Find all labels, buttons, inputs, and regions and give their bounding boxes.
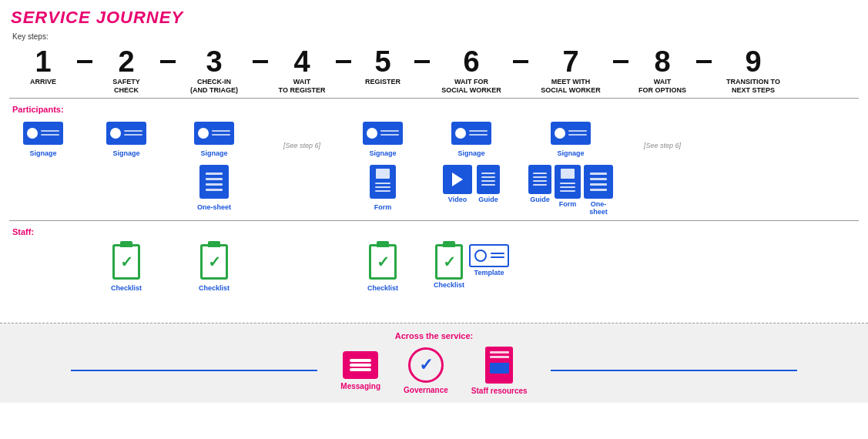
checklist-label-3: Checklist (199, 284, 230, 292)
governance-icon (408, 347, 444, 383)
signage-label-3: Signage (200, 149, 227, 157)
step6-media-row: Video Guide (443, 165, 500, 203)
video-label-6: Video (448, 196, 467, 203)
participant-col-4: [See step 6] (268, 122, 336, 149)
page-title: SERVICE JOURNEY (0, 0, 868, 32)
staff-resources-label: Staff resources (471, 387, 528, 395)
signage-label-1: Signage (29, 149, 56, 157)
checklist-icon-2: ✓ (112, 244, 140, 280)
step-1: 1 ARRIVE (9, 47, 77, 86)
step6-guide-col: Guide (477, 165, 500, 203)
messaging-label: Messaging (340, 382, 380, 390)
staff-resources-icon (485, 347, 513, 384)
participants-header: Participants: (9, 99, 859, 117)
connector-6 (513, 60, 528, 63)
signage-icon-7 (551, 122, 591, 145)
step-4-label: WAITTO REGISTER (279, 78, 326, 95)
step7-form-col: Form (555, 165, 581, 216)
step-9-number: 9 (745, 47, 761, 76)
staff-col-5: ✓ Checklist (351, 244, 414, 292)
step7-guide-col: Guide (528, 165, 551, 216)
key-steps-label: Key steps: (9, 32, 859, 41)
step-2-label: SAFETYCHECK (112, 78, 140, 95)
checklist-icon-3: ✓ (200, 244, 228, 280)
across-line-left (71, 370, 317, 371)
video-icon-6 (443, 165, 472, 194)
checklist-label-5: Checklist (367, 284, 398, 292)
step-1-number: 1 (35, 47, 51, 76)
staff-col-3: ✓ Checklist (176, 244, 253, 292)
guide-label-7: Guide (530, 196, 550, 203)
step-8-label: WAITFOR OPTIONS (638, 78, 686, 95)
see-step-4: [See step 6] (283, 134, 320, 149)
signage-lines (41, 130, 59, 136)
step-4: 4 WAITTO REGISTER (268, 47, 336, 95)
across-item-messaging: Messaging (340, 351, 380, 390)
step-5-number: 5 (374, 47, 390, 76)
connector-7 (613, 60, 628, 63)
step7-onesheet-col: One-sheet (584, 165, 613, 216)
form-icon-5 (370, 165, 396, 199)
signage-label-5: Signage (369, 149, 396, 157)
onesheet-icon-3 (199, 165, 229, 199)
step-3-label: CHECK-IN(AND TRIAGE) (190, 78, 238, 95)
form-label-5: Form (374, 203, 392, 211)
step6-video-col: Video (443, 165, 472, 203)
step-8-number: 8 (654, 47, 670, 76)
participant-col-2: Signage (92, 122, 160, 157)
onesheet-icon-7 (584, 165, 613, 199)
across-item-staff-resources: Staff resources (471, 347, 528, 395)
onesheet-label-7: One-sheet (584, 200, 613, 216)
connector-1 (77, 60, 92, 63)
step-6-label: WAIT FORSOCIAL WORKER (441, 78, 501, 95)
step-1-label: ARRIVE (30, 78, 56, 86)
participant-col-8: [See step 6] (628, 122, 696, 149)
participant-col-3: Signage One-sheet (176, 122, 253, 211)
form-label-7: Form (559, 200, 577, 208)
signage-circle (27, 128, 38, 139)
step-9: 9 TRANSITION TONEXT STEPS (712, 47, 795, 95)
participant-col-6: Signage Video Guide (430, 122, 513, 203)
guide-icon-7 (528, 165, 551, 194)
across-item-governance: Governance (404, 347, 448, 394)
step6-template-col: Template (469, 244, 509, 276)
template-label-6: Template (474, 269, 504, 276)
signage-icon-3 (194, 122, 234, 145)
staff-row: ✓ Checklist ✓ Checklist ✓ Checklist (9, 240, 859, 317)
checklist-label-6: Checklist (434, 281, 464, 289)
participant-col-7: Signage Guide (528, 122, 613, 216)
connector-2 (160, 60, 176, 63)
step7-media-row: Guide Form (528, 165, 613, 216)
checklist-icon-5: ✓ (369, 244, 397, 280)
participant-col-1: Signage (9, 122, 77, 157)
template-icon-6 (469, 244, 509, 267)
staff-col-2: ✓ Checklist (92, 244, 160, 292)
step-7-number: 7 (562, 47, 578, 76)
signage-icon-1 (23, 122, 63, 145)
form-icon-7 (555, 165, 581, 199)
step-4-number: 4 (293, 47, 310, 76)
signage-label-2: Signage (112, 149, 139, 157)
step-9-label: TRANSITION TONEXT STEPS (726, 78, 780, 95)
step-2-number: 2 (118, 47, 134, 76)
connector-3 (253, 60, 268, 63)
connector-8 (696, 60, 712, 63)
signage-icon-2 (106, 122, 146, 145)
across-line-right (551, 370, 797, 371)
see-step-8: [See step 6] (644, 134, 681, 149)
checklist-icon-6: ✓ (435, 244, 463, 280)
step-3-number: 3 (206, 47, 222, 76)
governance-label: Governance (404, 386, 448, 394)
across-label: Across the service: (395, 331, 474, 340)
step-8: 8 WAITFOR OPTIONS (628, 47, 696, 95)
step-7: 7 MEET WITHSOCIAL WORKER (528, 47, 613, 95)
signage-icon-5 (363, 122, 403, 145)
guide-icon-6 (477, 165, 500, 194)
connector-5 (414, 60, 430, 63)
signage-icon-6 (451, 122, 491, 145)
step-5: 5 REGISTER (351, 47, 414, 86)
guide-label-6: Guide (478, 196, 498, 203)
step6-checklist-col: ✓ Checklist (434, 244, 464, 289)
participant-col-5: Signage Form (351, 122, 414, 211)
signage-label-7: Signage (557, 149, 584, 157)
